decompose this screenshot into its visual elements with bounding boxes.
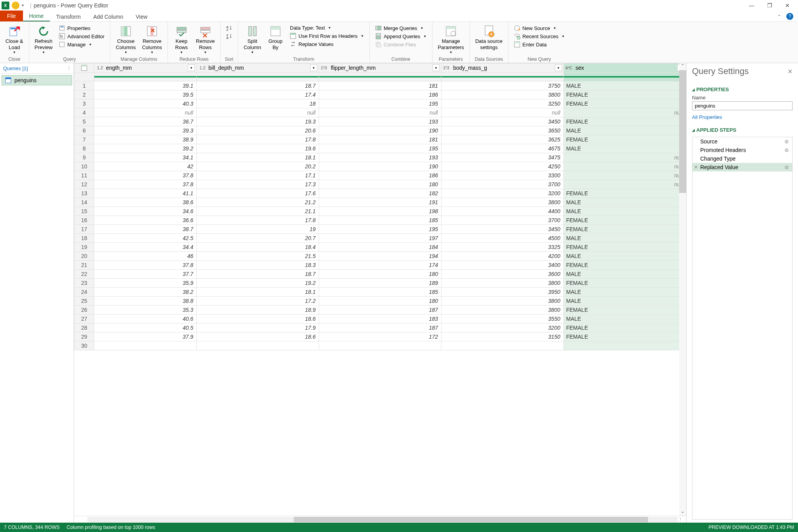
row-number[interactable]: 9 <box>74 153 94 162</box>
cell[interactable]: 17.1 <box>196 171 319 180</box>
cell[interactable]: 19.2 <box>196 279 319 288</box>
applied-steps-header[interactable]: ◢APPLIED STEPS <box>692 127 793 133</box>
cell[interactable]: FEMALE <box>563 225 686 234</box>
cell[interactable]: 195 <box>319 144 441 153</box>
cell[interactable]: 20.6 <box>196 126 319 135</box>
cell[interactable]: 17.3 <box>196 180 319 189</box>
cell[interactable]: 39.2 <box>94 144 197 153</box>
table-row[interactable]: 1438.621.21913800MALE <box>74 198 686 207</box>
tab-transform[interactable]: Transform <box>50 12 87 21</box>
cell[interactable]: null <box>563 171 686 180</box>
table-row[interactable]: 2137.818.31743400FEMALE <box>74 261 686 270</box>
cell[interactable]: FEMALE <box>563 189 686 198</box>
scroll-right-icon[interactable]: 〉 <box>679 516 686 523</box>
cell[interactable]: 193 <box>319 117 441 126</box>
cell[interactable]: 18.7 <box>196 81 319 90</box>
table-row[interactable]: 1934.418.41843325FEMALE <box>74 243 686 252</box>
row-number[interactable]: 12 <box>74 180 94 189</box>
applied-step[interactable]: ✕Replaced Value⚙ <box>692 163 792 171</box>
cell[interactable]: 3475 <box>441 153 563 162</box>
cell[interactable]: null <box>196 108 319 117</box>
cell[interactable]: 17.4 <box>196 90 319 99</box>
gear-icon[interactable]: ⚙ <box>784 139 789 145</box>
row-number[interactable]: 20 <box>74 252 94 261</box>
query-name-input[interactable] <box>692 101 793 110</box>
filter-dropdown-icon[interactable]: ▼ <box>188 64 195 71</box>
cell[interactable]: 193 <box>319 153 441 162</box>
cell[interactable]: 38.6 <box>94 198 197 207</box>
cell[interactable]: 180 <box>319 180 441 189</box>
cell[interactable]: 195 <box>319 225 441 234</box>
data-type-button[interactable]: Data Type: Text▼ <box>288 24 366 32</box>
cell[interactable]: 19.6 <box>196 144 319 153</box>
cell[interactable]: FEMALE <box>563 117 686 126</box>
cell[interactable]: 3700 <box>441 216 563 225</box>
table-row[interactable]: 104220.21904250null <box>74 162 686 171</box>
table-row[interactable]: 738.917.81813625FEMALE <box>74 135 686 144</box>
all-properties-link[interactable]: All Properties <box>692 114 793 120</box>
row-number[interactable]: 29 <box>74 332 94 341</box>
table-row[interactable]: 2438.218.11853950MALE <box>74 288 686 297</box>
cell[interactable]: 46 <box>94 252 197 261</box>
cell[interactable]: 3325 <box>441 243 563 252</box>
cell[interactable]: 39.1 <box>94 81 197 90</box>
cell[interactable]: 3750 <box>441 81 563 90</box>
table-row[interactable]: 340.3181953250FEMALE <box>74 99 686 108</box>
cell[interactable]: 19.3 <box>196 117 319 126</box>
row-number[interactable]: 28 <box>74 323 94 332</box>
row-number[interactable]: 23 <box>74 279 94 288</box>
row-number[interactable]: 17 <box>74 225 94 234</box>
cell[interactable]: MALE <box>563 144 686 153</box>
cell[interactable]: 187 <box>319 306 441 315</box>
column-header-sex[interactable]: AᴮCsex▼ <box>563 64 686 72</box>
row-number[interactable]: 18 <box>74 234 94 243</box>
table-corner[interactable] <box>74 64 94 72</box>
table-row[interactable]: 1341.117.61823200FEMALE <box>74 189 686 198</box>
cell[interactable]: 35.3 <box>94 306 197 315</box>
cell[interactable]: 35.9 <box>94 279 197 288</box>
cell[interactable]: 3600 <box>441 270 563 279</box>
cell[interactable]: 18.3 <box>196 261 319 270</box>
cell[interactable]: FEMALE <box>563 99 686 108</box>
cell[interactable]: MALE <box>563 270 686 279</box>
table-row[interactable]: 839.219.61954675MALE <box>74 144 686 153</box>
advanced-editor-button[interactable]: fx Advanced Editor <box>56 32 107 40</box>
table-row[interactable]: 1842.520.71974500MALE <box>74 234 686 243</box>
cell[interactable]: MALE <box>563 288 686 297</box>
tab-add-column[interactable]: Add Column <box>87 12 129 21</box>
cell[interactable]: FEMALE <box>563 279 686 288</box>
row-number[interactable]: 2 <box>74 90 94 99</box>
cell[interactable]: FEMALE <box>563 243 686 252</box>
scroll-left-icon[interactable]: 〈 <box>74 516 86 523</box>
cell[interactable]: 37.8 <box>94 171 197 180</box>
cell[interactable]: 37.8 <box>94 180 197 189</box>
sort-asc-button[interactable]: AZ <box>224 24 235 32</box>
applied-step[interactable]: Promoted Headers⚙ <box>692 146 792 154</box>
choose-columns-button[interactable]: Choose Columns▼ <box>113 24 138 55</box>
query-item[interactable]: penguins <box>2 75 72 85</box>
cell[interactable]: 3450 <box>441 225 563 234</box>
cell[interactable]: null <box>319 108 441 117</box>
table-row[interactable]: 639.320.61903650MALE <box>74 126 686 135</box>
scroll-down-icon[interactable]: ⌄ <box>679 509 686 516</box>
cell[interactable]: 183 <box>319 315 441 323</box>
row-number[interactable]: 6 <box>74 126 94 135</box>
cell[interactable]: FEMALE <box>563 135 686 144</box>
column-header-body_mass_g[interactable]: 1²3body_mass_g▼ <box>441 64 563 72</box>
row-number[interactable]: 13 <box>74 189 94 198</box>
cell[interactable]: null <box>563 180 686 189</box>
cell[interactable]: 3800 <box>441 198 563 207</box>
cell[interactable]: null <box>563 153 686 162</box>
smiley-icon[interactable]: 🙂 <box>12 2 19 9</box>
cell[interactable]: 39.5 <box>94 90 197 99</box>
minimize-button[interactable]: — <box>743 0 761 11</box>
row-number[interactable]: 10 <box>74 162 94 171</box>
cell[interactable]: 38.2 <box>94 288 197 297</box>
row-number[interactable]: 5 <box>74 117 94 126</box>
cell[interactable]: 190 <box>319 126 441 135</box>
row-number[interactable]: 27 <box>74 315 94 323</box>
applied-step[interactable]: Changed Type <box>692 154 792 163</box>
cell[interactable]: 37.9 <box>94 332 197 341</box>
tab-file[interactable]: File <box>0 11 23 21</box>
properties-button[interactable]: Properties <box>56 24 107 32</box>
